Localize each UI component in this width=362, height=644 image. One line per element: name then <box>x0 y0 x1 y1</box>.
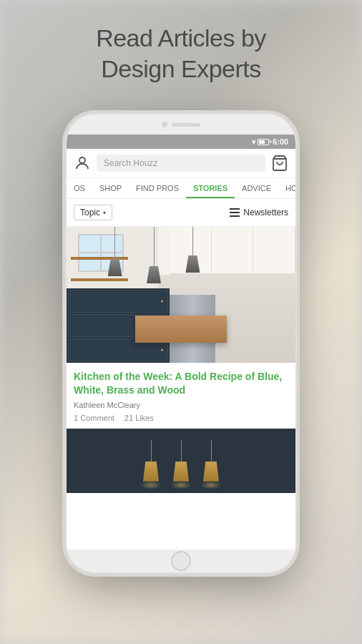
comment-count: 1 Comment <box>74 414 114 422</box>
speaker <box>172 123 200 127</box>
kitchen-scene-2 <box>67 429 295 493</box>
article-author-1: Kathleen McCleary <box>74 401 288 409</box>
article-card-2[interactable] <box>67 428 295 493</box>
tab-shop[interactable]: SHOP <box>92 178 129 198</box>
status-icons: ▾ 6:00 <box>252 137 288 146</box>
phone-bottom <box>67 550 295 572</box>
pendant2-center <box>173 440 189 482</box>
tab-find-pros[interactable]: FIND PROS <box>129 178 186 198</box>
chevron-down-icon: ▾ <box>103 210 106 216</box>
phone-frame: ▾ 6:00 Search Houzz <box>67 114 295 572</box>
newsletters-button[interactable]: Newsletters <box>230 208 288 218</box>
status-bar: ▾ 6:00 <box>67 135 295 149</box>
tab-ho[interactable]: HO <box>278 178 295 198</box>
kitchen-illustration <box>67 227 295 363</box>
clock: 6:00 <box>273 137 288 146</box>
search-row: Search Houzz <box>67 149 295 178</box>
cabinet-door-1 <box>68 290 168 313</box>
kitchen-island <box>135 316 227 343</box>
svg-rect-2 <box>230 208 240 210</box>
topic-dropdown[interactable]: Topic ▾ <box>74 205 112 220</box>
pendant2-right <box>203 440 219 482</box>
headline: Read Articles by Design Experts <box>0 23 362 84</box>
topic-label: Topic <box>80 208 100 218</box>
svg-rect-4 <box>230 215 240 217</box>
article-card-1[interactable]: Kitchen of the Week: A Bold Recipe of Bl… <box>67 227 295 428</box>
pendant-light-3 <box>185 227 200 273</box>
like-count: 21 Likes <box>124 414 154 422</box>
kitchen-shelf-2 <box>71 278 128 281</box>
user-icon[interactable] <box>74 155 91 172</box>
filter-row: Topic ▾ Newsletters <box>67 199 295 227</box>
tab-advice[interactable]: ADVICE <box>235 178 278 198</box>
pendant2-left <box>143 440 159 482</box>
nav-tabs: OS SHOP FIND PROS STORIES ADVICE HO <box>67 178 295 199</box>
home-button[interactable] <box>171 551 191 571</box>
search-box[interactable]: Search Houzz <box>97 155 265 172</box>
article-image-2 <box>67 429 295 493</box>
app-screen: Search Houzz OS SHOP FIND PROS <box>67 149 295 550</box>
newsletters-label: Newsletters <box>243 208 288 218</box>
svg-rect-3 <box>230 212 240 213</box>
front-camera <box>162 122 167 127</box>
svg-point-0 <box>79 157 85 163</box>
search-placeholder: Search Houzz <box>104 158 157 168</box>
headline-line1: Read Articles by <box>0 23 362 54</box>
cart-icon[interactable] <box>271 155 288 172</box>
article-text-1: Kitchen of the Week: A Bold Recipe of Bl… <box>67 363 295 428</box>
pendant-light-2 <box>147 227 161 283</box>
article-meta-1: 1 Comment 21 Likes <box>74 414 288 422</box>
battery-icon <box>258 139 269 145</box>
phone-top <box>67 114 295 135</box>
wifi-icon: ▾ <box>252 138 255 146</box>
article-image-1 <box>67 227 295 363</box>
article-title-1[interactable]: Kitchen of the Week: A Bold Recipe of Bl… <box>74 370 288 397</box>
tab-os[interactable]: OS <box>67 178 92 198</box>
list-icon <box>230 208 240 217</box>
headline-line2: Design Experts <box>0 54 362 84</box>
pendant-light-1 <box>108 227 122 276</box>
battery-fill <box>259 140 265 144</box>
tab-stories[interactable]: STORIES <box>186 178 235 198</box>
content-area: Kitchen of the Week: A Bold Recipe of Bl… <box>67 227 295 550</box>
